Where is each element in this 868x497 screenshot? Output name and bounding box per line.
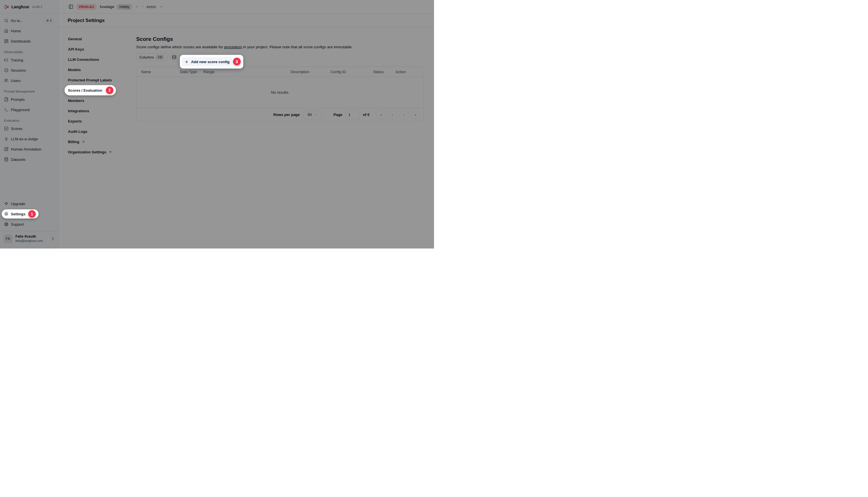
settings-nav-llm-connections[interactable]: LLM Connections xyxy=(68,54,136,65)
sidebar-item-playground[interactable]: Playground xyxy=(2,105,57,114)
main-area: PROD-EU fuselage Hobby / zzzzz Project S… xyxy=(59,0,434,248)
sidebar-item-label: Scores xyxy=(11,127,22,131)
sidebar-toggle-button[interactable] xyxy=(69,4,73,9)
settings-nav-scores-evaluation[interactable]: Scores / Evaluation 2 xyxy=(64,85,116,95)
sidebar-item-label: Dashboards xyxy=(11,39,31,43)
first-page-button[interactable]: « xyxy=(377,111,386,119)
sidebar-item-support[interactable]: Support xyxy=(2,219,57,229)
sidebar-item-label: Sessions xyxy=(11,68,26,73)
sidebar-item-datasets[interactable]: Datasets xyxy=(2,155,57,164)
sidebar-item-llm-as-a-judge[interactable]: LLM-as-a-Judge xyxy=(2,134,57,143)
settings-nav-billing[interactable]: Billing xyxy=(68,137,136,147)
tour-step-badge-3: 3 xyxy=(233,58,241,66)
page-title: Project Settings xyxy=(68,18,104,24)
chevron-down-icon xyxy=(159,5,163,9)
external-link-arrow-icon xyxy=(108,150,112,154)
settings-nav: General API Keys LLM Connections Models … xyxy=(59,27,136,248)
sidebar-item-label: Datasets xyxy=(11,157,25,162)
plus-icon xyxy=(185,60,189,64)
sidebar-item-scores[interactable]: Scores xyxy=(2,124,57,133)
external-link-arrow-icon xyxy=(81,140,85,144)
column-header-data-type: Data Type xyxy=(180,70,203,74)
page-number-input[interactable] xyxy=(345,110,360,119)
sidebar-item-label: Settings xyxy=(11,212,25,216)
sidebar-item-home[interactable]: Home xyxy=(2,26,57,36)
sidebar-item-label: Support xyxy=(11,222,24,227)
sparkle-icon xyxy=(4,201,9,206)
chevrons-up-down-icon xyxy=(51,237,55,241)
sidebar-item-prompts[interactable]: Prompts xyxy=(2,95,57,104)
settings-nav-organization-settings[interactable]: Organization Settings xyxy=(68,147,136,157)
settings-nav-audit-logs[interactable]: Audit Logs xyxy=(68,126,136,137)
breadcrumb-separator: / xyxy=(141,4,143,10)
sidebar-item-label: Upgrade xyxy=(11,202,25,206)
rows-per-page-select[interactable]: 50 xyxy=(303,111,322,119)
column-header-range: Range xyxy=(204,70,291,74)
settings-nav-members[interactable]: Members xyxy=(68,95,136,106)
user-menu[interactable]: FK Felix Krauth felix@langfuse.com xyxy=(0,231,58,247)
score-configs-table: Name Data Type Range Description Config … xyxy=(136,67,424,122)
goto-search[interactable]: Go to... ⌘ K xyxy=(2,16,57,25)
settings-nav-protected-prompt-labels[interactable]: Protected Prompt Labels xyxy=(68,75,136,85)
table-footer: Rows per page 50 Page of 0 « ‹ › » xyxy=(136,108,424,121)
empty-state-text: No results. xyxy=(136,77,424,108)
sidebar: Langfuse v3.86.1 Go to... ⌘ K Home Dashb… xyxy=(0,0,59,248)
brand-logo-row: Langfuse v3.86.1 xyxy=(0,0,58,14)
settings-nav-exports[interactable]: Exports xyxy=(68,116,136,126)
next-page-button[interactable]: › xyxy=(400,111,408,119)
sidebar-item-label: LLM-as-a-Judge xyxy=(11,137,38,141)
users-icon xyxy=(4,78,9,83)
sidebar-item-label: Human Annotation xyxy=(11,147,41,151)
column-header-description: Description xyxy=(291,70,330,74)
sidebar-item-label: Users xyxy=(11,79,20,83)
score-configs-heading: Score Configs xyxy=(136,36,424,42)
brand-name: Langfuse xyxy=(11,4,29,9)
settings-nav-api-keys[interactable]: API Keys xyxy=(68,44,136,54)
goto-shortcut-kbd: ⌘ K xyxy=(44,18,54,23)
settings-nav-general[interactable]: General xyxy=(68,34,136,44)
settings-nav-integrations[interactable]: Integrations xyxy=(68,106,136,116)
scores-icon xyxy=(4,126,9,131)
home-icon xyxy=(4,29,9,33)
column-header-action: Action xyxy=(395,70,424,74)
sidebar-item-upgrade[interactable]: Upgrade xyxy=(2,199,57,208)
sidebar-item-human-annotation[interactable]: Human Annotation xyxy=(2,144,57,154)
org-switcher-button[interactable] xyxy=(135,5,139,9)
settings-nav-models[interactable]: Models xyxy=(68,65,136,75)
last-page-button[interactable]: » xyxy=(411,111,420,119)
annotation-link[interactable]: annotation xyxy=(224,45,242,49)
tour-step-badge-1: 1 xyxy=(28,210,36,218)
breadcrumb-project[interactable]: zzzzz xyxy=(146,4,156,9)
sidebar-item-users[interactable]: Users xyxy=(2,76,57,85)
project-switcher-button[interactable] xyxy=(159,5,163,9)
sessions-clock-icon xyxy=(4,68,9,73)
dashboards-icon xyxy=(4,39,9,43)
sidebar-item-label: Prompts xyxy=(11,97,25,102)
breadcrumb-org[interactable]: fuselage xyxy=(100,4,114,9)
table-header-row: Name Data Type Range Description Config … xyxy=(136,67,424,77)
previous-page-button[interactable]: ‹ xyxy=(388,111,397,119)
datasets-database-icon xyxy=(4,157,9,162)
playground-terminal-icon xyxy=(4,108,9,112)
columns-button[interactable]: Columns 7/8 xyxy=(136,53,167,61)
section-prompt-management: Prompt Management xyxy=(4,90,54,93)
columns-count-badge: 7/8 xyxy=(156,55,164,59)
tracing-icon xyxy=(4,58,9,62)
sidebar-item-settings[interactable]: Settings 1 xyxy=(2,209,39,218)
page-header: Project Settings xyxy=(59,14,434,27)
row-height-button[interactable] xyxy=(170,53,178,61)
tour-step-badge-2: 2 xyxy=(106,87,113,94)
life-buoy-icon xyxy=(4,222,9,227)
sidebar-item-dashboards[interactable]: Dashboards xyxy=(2,37,57,46)
sidebar-item-sessions[interactable]: Sessions xyxy=(2,66,57,75)
column-header-status: Status xyxy=(373,70,395,74)
sidebar-item-label: Home xyxy=(11,29,21,33)
add-score-config-button[interactable]: Add new score config xyxy=(182,57,232,66)
avatar: FK xyxy=(3,234,13,243)
goto-label: Go to... xyxy=(11,18,23,23)
plan-badge: Hobby xyxy=(117,4,132,10)
page-label: Page xyxy=(333,113,342,117)
gear-icon xyxy=(4,212,9,216)
column-header-name: Name xyxy=(141,70,180,74)
sidebar-item-tracing[interactable]: Tracing xyxy=(2,55,57,65)
